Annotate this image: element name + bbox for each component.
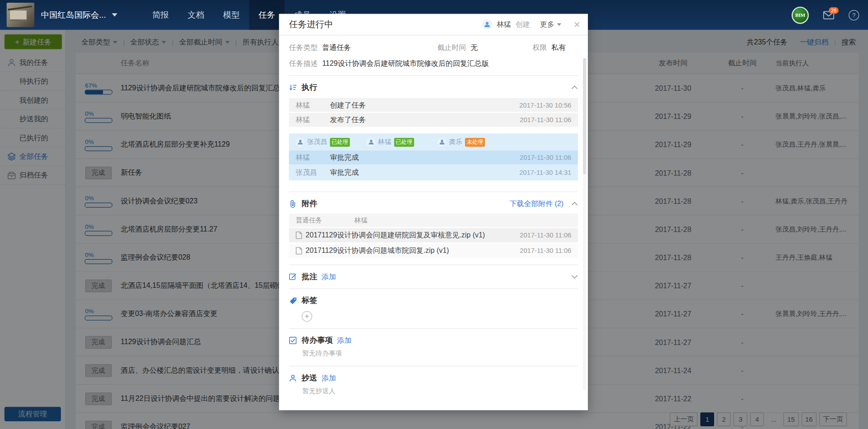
- download-all-link[interactable]: 下载全部附件 (2): [509, 199, 563, 209]
- chevron-down-icon: [557, 23, 562, 26]
- tags-section-header: 标签: [289, 289, 578, 306]
- participant-status-badge: 未处理: [465, 138, 485, 147]
- chevron-down-icon: [112, 13, 117, 16]
- todos-section-header: 待办事项 添加: [289, 329, 578, 345]
- attachments-section-header: 附件 下载全部附件 (2): [289, 192, 578, 209]
- permission-value: 私有: [552, 43, 566, 51]
- cc-empty-text: 暂无抄送人: [289, 383, 578, 397]
- attachment-time: 2017-11-30 11:06: [514, 232, 572, 239]
- project-selector[interactable]: 中国红岛国际会...: [41, 0, 117, 30]
- approval-row: 林猛审批完成2017-11-30 11:06: [289, 151, 578, 164]
- participant-name: 龚乐: [449, 137, 462, 147]
- messages-button[interactable]: 28: [823, 11, 834, 19]
- participant: 林猛已处理: [366, 137, 437, 147]
- modal-scrollbar[interactable]: [583, 58, 586, 390]
- exec-log-row: 林猛创建了任务2017-11-30 10:56: [289, 98, 578, 112]
- attachment-row[interactable]: 20171129设计协调会问题城市院回复.zip (v1) 2017-11-30…: [289, 244, 578, 258]
- attachments-title: 附件: [302, 199, 317, 209]
- tag-icon: [289, 296, 297, 305]
- collapse-icon[interactable]: [571, 202, 578, 206]
- annotate-icon: [289, 273, 297, 281]
- exec-log-row: 林猛发布了任务2017-11-30 11:06: [289, 113, 578, 127]
- more-menu-button[interactable]: 更多: [540, 20, 562, 30]
- participant-list: 张茂昌已处理 林猛已处理 龚乐未处理: [289, 133, 578, 149]
- creator-name: 林猛: [497, 20, 511, 30]
- project-name: 中国红岛国际会...: [41, 10, 106, 20]
- tags-title: 标签: [302, 296, 317, 306]
- participant-name: 张茂昌: [307, 137, 327, 147]
- todos-title: 待办事项: [302, 335, 333, 345]
- creator-action: 创建: [516, 20, 530, 30]
- exec-log-list: 林猛创建了任务2017-11-30 10:56林猛发布了任务2017-11-30…: [289, 98, 578, 127]
- participant: 龚乐未处理: [437, 137, 508, 147]
- attachment-time: 2017-11-30 11:06: [514, 247, 572, 255]
- participant-status-badge: 已处理: [394, 138, 414, 147]
- task-type-value: 普通任务: [322, 43, 351, 51]
- navbar-right: BIM 28 ?: [792, 0, 859, 30]
- notes-title: 批注: [302, 272, 317, 282]
- nav-tab-简报[interactable]: 简报: [143, 0, 178, 30]
- modal-title: 任务进行中: [289, 19, 334, 30]
- task-meta: 任务类型普通任务 截止时间无 权限私有: [289, 35, 578, 53]
- todos-empty-text: 暂无待办事项: [289, 345, 578, 359]
- add-todo-link[interactable]: 添加: [337, 335, 352, 345]
- participant: 张茂昌已处理: [296, 137, 366, 147]
- creator-avatar: [482, 20, 492, 30]
- exec-section-title: 执行: [302, 83, 317, 93]
- paperclip-icon: [289, 200, 297, 208]
- add-tag-button[interactable]: +: [302, 311, 312, 321]
- cc-title: 抄送: [302, 373, 317, 383]
- modal-header: 任务进行中 林猛 创建 更多 ×: [279, 14, 588, 35]
- close-icon[interactable]: ×: [574, 19, 580, 30]
- file-icon: [296, 247, 302, 255]
- approval-row: 张茂昌审批完成2017-11-30 14:31: [289, 166, 578, 179]
- task-description: 任务描述 1129设计协调会后建研院城市院修改后的回复汇总版: [289, 53, 578, 69]
- participant-name: 林猛: [378, 137, 391, 147]
- attachment-name: 20171129设计协调会问题建研院回复及审核意见.zip (v1): [306, 230, 485, 240]
- deadline-value: 无: [470, 43, 478, 51]
- app-window: 中国红岛国际会... 简报文档模型任务成员设置 BIM 28 ? + 新建任务 …: [0, 0, 868, 429]
- cc-section-header: 抄送 添加: [289, 366, 578, 383]
- attachment-name: 20171129设计协调会问题城市院回复.zip (v1): [306, 246, 449, 256]
- exec-section-header: 执行: [289, 76, 578, 93]
- attachment-subheader: 普通任务 林猛: [289, 214, 578, 227]
- nav-tab-文档[interactable]: 文档: [178, 0, 214, 30]
- approval-block: 张茂昌已处理 林猛已处理 龚乐未处理 林猛审批完成2017-11-30 11:0…: [289, 133, 578, 181]
- help-button[interactable]: ?: [848, 10, 859, 20]
- add-cc-link[interactable]: 添加: [321, 373, 336, 383]
- nav-tab-模型[interactable]: 模型: [214, 0, 249, 30]
- participant-avatar: [437, 138, 446, 147]
- participant-avatar: [296, 138, 305, 147]
- sort-list-icon: [289, 84, 297, 92]
- task-detail-modal: 任务进行中 林猛 创建 更多 × 任务类型普通任务 截止时间无 权限私有: [279, 14, 588, 410]
- user-avatar[interactable]: BIM: [792, 6, 809, 24]
- project-logo[interactable]: [7, 3, 35, 27]
- message-count-badge: 28: [829, 7, 838, 14]
- collapse-icon[interactable]: [571, 85, 578, 90]
- attachment-row[interactable]: 20171129设计协调会问题建研院回复及审核意见.zip (v1) 2017-…: [289, 228, 578, 242]
- add-note-link[interactable]: 添加: [321, 272, 336, 282]
- file-icon: [296, 232, 302, 239]
- participant-status-badge: 已处理: [330, 138, 350, 147]
- notes-section-header: 批注 添加: [289, 265, 578, 282]
- person-icon: [289, 374, 297, 382]
- checkbox-icon: [289, 336, 297, 345]
- expand-icon[interactable]: [571, 275, 578, 279]
- participant-avatar: [366, 138, 375, 147]
